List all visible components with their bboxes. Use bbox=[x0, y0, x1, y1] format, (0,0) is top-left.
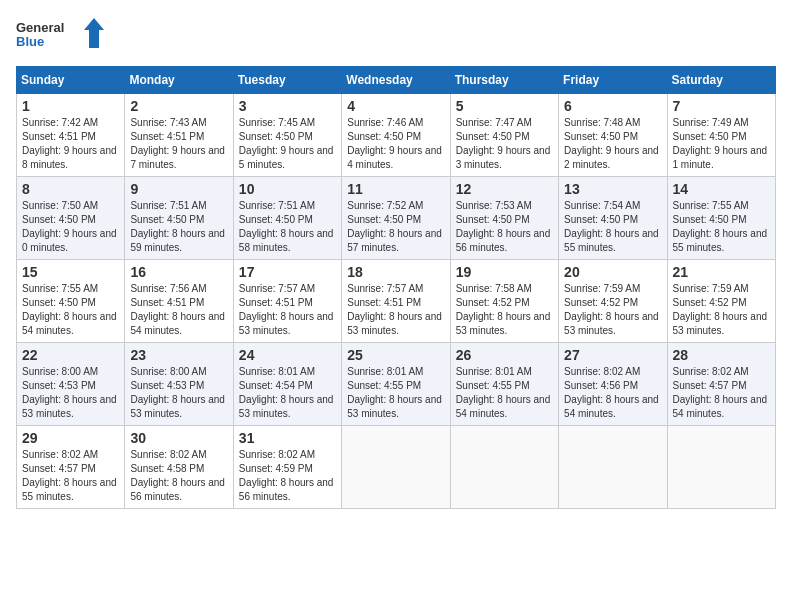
calendar-cell: 29Sunrise: 8:02 AM Sunset: 4:57 PM Dayli… bbox=[17, 426, 125, 509]
day-number: 18 bbox=[347, 264, 444, 280]
day-number: 11 bbox=[347, 181, 444, 197]
calendar-cell: 19Sunrise: 7:58 AM Sunset: 4:52 PM Dayli… bbox=[450, 260, 558, 343]
day-number: 5 bbox=[456, 98, 553, 114]
day-number: 16 bbox=[130, 264, 227, 280]
calendar-cell bbox=[667, 426, 775, 509]
calendar-week-4: 22Sunrise: 8:00 AM Sunset: 4:53 PM Dayli… bbox=[17, 343, 776, 426]
day-info: Sunrise: 7:59 AM Sunset: 4:52 PM Dayligh… bbox=[673, 282, 770, 338]
day-info: Sunrise: 7:46 AM Sunset: 4:50 PM Dayligh… bbox=[347, 116, 444, 172]
day-number: 17 bbox=[239, 264, 336, 280]
weekday-header-saturday: Saturday bbox=[667, 67, 775, 94]
day-number: 1 bbox=[22, 98, 119, 114]
calendar-week-2: 8Sunrise: 7:50 AM Sunset: 4:50 PM Daylig… bbox=[17, 177, 776, 260]
day-info: Sunrise: 7:56 AM Sunset: 4:51 PM Dayligh… bbox=[130, 282, 227, 338]
calendar-cell: 17Sunrise: 7:57 AM Sunset: 4:51 PM Dayli… bbox=[233, 260, 341, 343]
calendar-cell: 1Sunrise: 7:42 AM Sunset: 4:51 PM Daylig… bbox=[17, 94, 125, 177]
calendar-cell: 2Sunrise: 7:43 AM Sunset: 4:51 PM Daylig… bbox=[125, 94, 233, 177]
calendar-cell: 21Sunrise: 7:59 AM Sunset: 4:52 PM Dayli… bbox=[667, 260, 775, 343]
weekday-header-monday: Monday bbox=[125, 67, 233, 94]
day-number: 13 bbox=[564, 181, 661, 197]
day-info: Sunrise: 8:02 AM Sunset: 4:58 PM Dayligh… bbox=[130, 448, 227, 504]
calendar-cell: 18Sunrise: 7:57 AM Sunset: 4:51 PM Dayli… bbox=[342, 260, 450, 343]
day-info: Sunrise: 8:01 AM Sunset: 4:55 PM Dayligh… bbox=[456, 365, 553, 421]
calendar-cell: 22Sunrise: 8:00 AM Sunset: 4:53 PM Dayli… bbox=[17, 343, 125, 426]
day-info: Sunrise: 8:00 AM Sunset: 4:53 PM Dayligh… bbox=[130, 365, 227, 421]
calendar-cell bbox=[450, 426, 558, 509]
calendar-week-5: 29Sunrise: 8:02 AM Sunset: 4:57 PM Dayli… bbox=[17, 426, 776, 509]
day-number: 27 bbox=[564, 347, 661, 363]
svg-text:Blue: Blue bbox=[16, 34, 44, 49]
day-info: Sunrise: 8:02 AM Sunset: 4:59 PM Dayligh… bbox=[239, 448, 336, 504]
calendar-cell: 27Sunrise: 8:02 AM Sunset: 4:56 PM Dayli… bbox=[559, 343, 667, 426]
day-number: 20 bbox=[564, 264, 661, 280]
day-number: 6 bbox=[564, 98, 661, 114]
calendar-cell: 25Sunrise: 8:01 AM Sunset: 4:55 PM Dayli… bbox=[342, 343, 450, 426]
day-info: Sunrise: 7:55 AM Sunset: 4:50 PM Dayligh… bbox=[22, 282, 119, 338]
calendar-table: SundayMondayTuesdayWednesdayThursdayFrid… bbox=[16, 66, 776, 509]
calendar-cell: 28Sunrise: 8:02 AM Sunset: 4:57 PM Dayli… bbox=[667, 343, 775, 426]
day-info: Sunrise: 7:59 AM Sunset: 4:52 PM Dayligh… bbox=[564, 282, 661, 338]
calendar-cell: 9Sunrise: 7:51 AM Sunset: 4:50 PM Daylig… bbox=[125, 177, 233, 260]
day-number: 12 bbox=[456, 181, 553, 197]
day-number: 19 bbox=[456, 264, 553, 280]
day-info: Sunrise: 7:50 AM Sunset: 4:50 PM Dayligh… bbox=[22, 199, 119, 255]
day-number: 31 bbox=[239, 430, 336, 446]
day-number: 26 bbox=[456, 347, 553, 363]
calendar-cell: 15Sunrise: 7:55 AM Sunset: 4:50 PM Dayli… bbox=[17, 260, 125, 343]
day-number: 2 bbox=[130, 98, 227, 114]
calendar-cell: 11Sunrise: 7:52 AM Sunset: 4:50 PM Dayli… bbox=[342, 177, 450, 260]
calendar-cell: 23Sunrise: 8:00 AM Sunset: 4:53 PM Dayli… bbox=[125, 343, 233, 426]
day-number: 22 bbox=[22, 347, 119, 363]
day-info: Sunrise: 8:01 AM Sunset: 4:54 PM Dayligh… bbox=[239, 365, 336, 421]
day-number: 7 bbox=[673, 98, 770, 114]
svg-text:General: General bbox=[16, 20, 64, 35]
day-info: Sunrise: 8:02 AM Sunset: 4:57 PM Dayligh… bbox=[673, 365, 770, 421]
calendar-cell: 20Sunrise: 7:59 AM Sunset: 4:52 PM Dayli… bbox=[559, 260, 667, 343]
day-info: Sunrise: 7:57 AM Sunset: 4:51 PM Dayligh… bbox=[347, 282, 444, 338]
weekday-header-friday: Friday bbox=[559, 67, 667, 94]
day-number: 25 bbox=[347, 347, 444, 363]
calendar-week-1: 1Sunrise: 7:42 AM Sunset: 4:51 PM Daylig… bbox=[17, 94, 776, 177]
day-info: Sunrise: 7:43 AM Sunset: 4:51 PM Dayligh… bbox=[130, 116, 227, 172]
day-info: Sunrise: 7:52 AM Sunset: 4:50 PM Dayligh… bbox=[347, 199, 444, 255]
weekday-header-wednesday: Wednesday bbox=[342, 67, 450, 94]
weekday-header-sunday: Sunday bbox=[17, 67, 125, 94]
day-number: 3 bbox=[239, 98, 336, 114]
day-info: Sunrise: 7:55 AM Sunset: 4:50 PM Dayligh… bbox=[673, 199, 770, 255]
day-info: Sunrise: 8:02 AM Sunset: 4:56 PM Dayligh… bbox=[564, 365, 661, 421]
day-info: Sunrise: 7:45 AM Sunset: 4:50 PM Dayligh… bbox=[239, 116, 336, 172]
day-info: Sunrise: 7:54 AM Sunset: 4:50 PM Dayligh… bbox=[564, 199, 661, 255]
calendar-cell: 26Sunrise: 8:01 AM Sunset: 4:55 PM Dayli… bbox=[450, 343, 558, 426]
calendar-cell bbox=[342, 426, 450, 509]
logo: General Blue bbox=[16, 16, 106, 56]
day-info: Sunrise: 7:47 AM Sunset: 4:50 PM Dayligh… bbox=[456, 116, 553, 172]
day-number: 9 bbox=[130, 181, 227, 197]
calendar-cell: 4Sunrise: 7:46 AM Sunset: 4:50 PM Daylig… bbox=[342, 94, 450, 177]
day-number: 23 bbox=[130, 347, 227, 363]
day-number: 30 bbox=[130, 430, 227, 446]
calendar-cell: 12Sunrise: 7:53 AM Sunset: 4:50 PM Dayli… bbox=[450, 177, 558, 260]
day-number: 8 bbox=[22, 181, 119, 197]
weekday-header-thursday: Thursday bbox=[450, 67, 558, 94]
calendar-cell: 6Sunrise: 7:48 AM Sunset: 4:50 PM Daylig… bbox=[559, 94, 667, 177]
day-info: Sunrise: 7:49 AM Sunset: 4:50 PM Dayligh… bbox=[673, 116, 770, 172]
calendar-cell: 14Sunrise: 7:55 AM Sunset: 4:50 PM Dayli… bbox=[667, 177, 775, 260]
calendar-cell: 31Sunrise: 8:02 AM Sunset: 4:59 PM Dayli… bbox=[233, 426, 341, 509]
calendar-cell: 13Sunrise: 7:54 AM Sunset: 4:50 PM Dayli… bbox=[559, 177, 667, 260]
day-info: Sunrise: 7:58 AM Sunset: 4:52 PM Dayligh… bbox=[456, 282, 553, 338]
calendar-cell bbox=[559, 426, 667, 509]
day-info: Sunrise: 7:51 AM Sunset: 4:50 PM Dayligh… bbox=[239, 199, 336, 255]
calendar-cell: 7Sunrise: 7:49 AM Sunset: 4:50 PM Daylig… bbox=[667, 94, 775, 177]
svg-marker-2 bbox=[84, 18, 104, 48]
page-header: General Blue bbox=[16, 16, 776, 56]
day-info: Sunrise: 7:57 AM Sunset: 4:51 PM Dayligh… bbox=[239, 282, 336, 338]
day-number: 24 bbox=[239, 347, 336, 363]
logo-svg: General Blue bbox=[16, 16, 106, 56]
day-info: Sunrise: 7:42 AM Sunset: 4:51 PM Dayligh… bbox=[22, 116, 119, 172]
calendar-cell: 24Sunrise: 8:01 AM Sunset: 4:54 PM Dayli… bbox=[233, 343, 341, 426]
calendar-cell: 10Sunrise: 7:51 AM Sunset: 4:50 PM Dayli… bbox=[233, 177, 341, 260]
day-info: Sunrise: 8:01 AM Sunset: 4:55 PM Dayligh… bbox=[347, 365, 444, 421]
day-info: Sunrise: 8:00 AM Sunset: 4:53 PM Dayligh… bbox=[22, 365, 119, 421]
day-number: 28 bbox=[673, 347, 770, 363]
day-number: 10 bbox=[239, 181, 336, 197]
